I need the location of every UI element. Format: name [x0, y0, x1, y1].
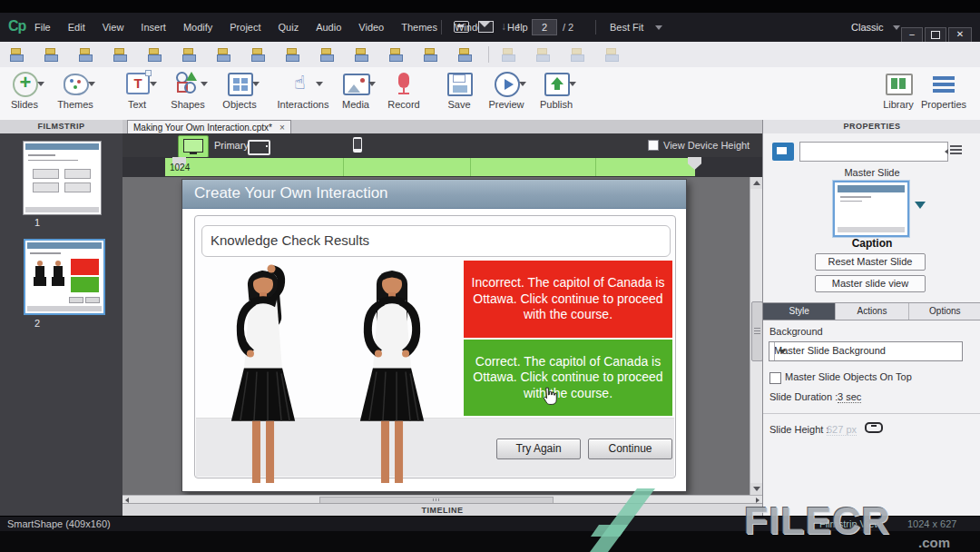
minimize-button[interactable]: –	[901, 27, 923, 43]
tab-close-icon[interactable]: ×	[279, 122, 285, 134]
primary-monitor-icon[interactable]	[178, 135, 209, 158]
size-width-icon[interactable]	[285, 47, 299, 62]
vertical-scrollbar[interactable]	[750, 177, 763, 495]
tab-actions[interactable]: Actions	[836, 303, 908, 320]
chevron-down-icon[interactable]	[252, 82, 260, 86]
master-slide-view-button[interactable]: Master slide view	[815, 275, 926, 292]
save-button[interactable]: Save	[435, 71, 484, 116]
chevron-down-icon[interactable]	[316, 82, 323, 86]
try-again-button[interactable]: Try Again	[496, 439, 581, 459]
interactions-button[interactable]: ☝ Interactions	[271, 71, 335, 116]
question-textbox[interactable]: Knowledge Check Results	[201, 225, 671, 257]
size-height-icon[interactable]	[319, 47, 334, 62]
correct-feedback-box[interactable]: Correct. The capitol of Canada is Ottawa…	[464, 340, 672, 416]
view-device-height-checkbox[interactable]	[648, 140, 659, 151]
workspace-dropdown[interactable]: Classic	[851, 22, 883, 33]
menu-project[interactable]: Project	[230, 22, 260, 33]
menu-modify[interactable]: Modify	[183, 22, 212, 33]
library-button[interactable]: Library	[874, 71, 923, 116]
incorrect-feedback-box[interactable]: Incorrect. The capitol of Canada is Otta…	[464, 261, 672, 338]
resize-same-icon[interactable]	[457, 47, 472, 62]
slide-stage[interactable]: Create Your Own Interaction Knowledge Ch…	[181, 179, 687, 492]
chevron-down-icon[interactable]	[774, 342, 789, 360]
document-tab[interactable]: Making Your Own Interaction.cptx* ×	[127, 120, 291, 134]
next-slide-arrow-icon[interactable]: ↑	[515, 20, 521, 33]
size-equal-icon[interactable]	[354, 47, 368, 62]
menu-quiz[interactable]: Quiz	[279, 22, 299, 33]
envelope-icon[interactable]	[478, 21, 494, 33]
master-slide-dropdown-icon[interactable]	[915, 202, 926, 209]
slide-title-bar[interactable]: Create Your Own Interaction	[182, 180, 686, 209]
scroll-up-button[interactable]	[750, 177, 763, 189]
themes-button[interactable]: Themes	[51, 71, 100, 116]
scroll-down-button[interactable]	[750, 483, 763, 495]
breakpoint-width-label: 1024	[170, 163, 190, 172]
menu-insert[interactable]: Insert	[141, 22, 166, 33]
objects-on-top-checkbox[interactable]	[769, 372, 781, 384]
slides-button[interactable]: Slides	[0, 71, 49, 116]
chevron-down-icon[interactable]	[655, 25, 662, 30]
master-slide-thumbnail[interactable]	[833, 181, 909, 237]
align-canvas-center-icon[interactable]	[388, 47, 403, 62]
phone-icon[interactable]	[353, 137, 362, 153]
chevron-down-icon[interactable]	[368, 82, 376, 86]
align-canvas-middle-icon[interactable]	[423, 47, 437, 62]
menu-video[interactable]: Video	[358, 22, 384, 33]
slide-height-value: 627 px	[827, 424, 857, 436]
menu-audio[interactable]: Audio	[316, 22, 341, 33]
media-button[interactable]: Media	[331, 71, 380, 116]
panel-menu-icon[interactable]	[950, 145, 962, 147]
slide-duration-value[interactable]: 3 sec	[838, 391, 861, 403]
chevron-down-icon[interactable]	[893, 25, 900, 30]
stage-canvas[interactable]: Create Your Own Interaction Knowledge Ch…	[122, 177, 762, 495]
distribute-horizontal-icon[interactable]	[216, 47, 230, 62]
chevron-down-icon[interactable]	[201, 82, 208, 86]
text-button[interactable]: Text	[113, 71, 162, 116]
shapes-button[interactable]: Shapes	[163, 71, 212, 116]
slide-number-input[interactable]: 2	[532, 19, 557, 35]
chevron-down-icon[interactable]	[37, 82, 44, 86]
woman-confused-photo[interactable]	[212, 259, 314, 488]
tab-options[interactable]: Options	[909, 303, 980, 320]
selection-info: SmartShape (409x160)	[7, 518, 111, 529]
align-center-icon[interactable]	[44, 47, 58, 62]
chevron-down-icon[interactable]	[88, 82, 95, 86]
align-middle-icon[interactable]	[147, 47, 162, 62]
maximize-button[interactable]	[925, 27, 946, 43]
align-top-icon[interactable]	[113, 47, 127, 62]
item-name-input[interactable]	[799, 142, 948, 162]
separator	[488, 46, 489, 63]
objects-button[interactable]: Objects	[215, 71, 264, 116]
chevron-down-icon[interactable]	[569, 82, 576, 86]
align-left-icon[interactable]	[9, 47, 24, 62]
projector-icon[interactable]	[454, 21, 469, 33]
reset-master-slide-button[interactable]: Reset Master Slide	[815, 253, 926, 271]
continue-button[interactable]: Continue	[588, 439, 672, 459]
woman-smiling-photo[interactable]	[341, 259, 443, 488]
slide-2-thumbnail[interactable]	[24, 239, 105, 315]
tab-style[interactable]: Style	[763, 303, 836, 320]
distribute-vertical-icon[interactable]	[250, 47, 265, 62]
publish-button[interactable]: Publish	[532, 71, 581, 116]
properties-button[interactable]: Properties	[920, 71, 967, 116]
preview-button[interactable]: Preview	[482, 71, 531, 116]
slide-1-thumbnail[interactable]	[23, 141, 102, 215]
close-button[interactable]: ✕	[948, 27, 972, 43]
align-bottom-icon[interactable]	[181, 47, 196, 62]
background-dropdown[interactable]: Master Slide Background	[769, 341, 963, 361]
tablet-icon[interactable]	[248, 140, 270, 155]
menu-file[interactable]: File	[34, 22, 51, 33]
zoom-level-dropdown[interactable]: Best Fit	[610, 22, 643, 33]
separator	[441, 20, 442, 34]
chevron-down-icon[interactable]	[150, 82, 157, 86]
record-button[interactable]: Record	[379, 71, 428, 116]
menu-view[interactable]: View	[103, 22, 124, 33]
link-chain-icon[interactable]	[865, 422, 883, 433]
primary-breakpoint-band[interactable]	[165, 158, 695, 176]
previous-slide-arrow-icon[interactable]: ↓	[501, 20, 506, 33]
menu-edit[interactable]: Edit	[68, 22, 85, 33]
align-right-icon[interactable]	[78, 47, 93, 62]
menu-themes[interactable]: Themes	[401, 22, 437, 33]
thumb-footer	[27, 306, 102, 311]
chevron-down-icon[interactable]	[519, 82, 526, 86]
